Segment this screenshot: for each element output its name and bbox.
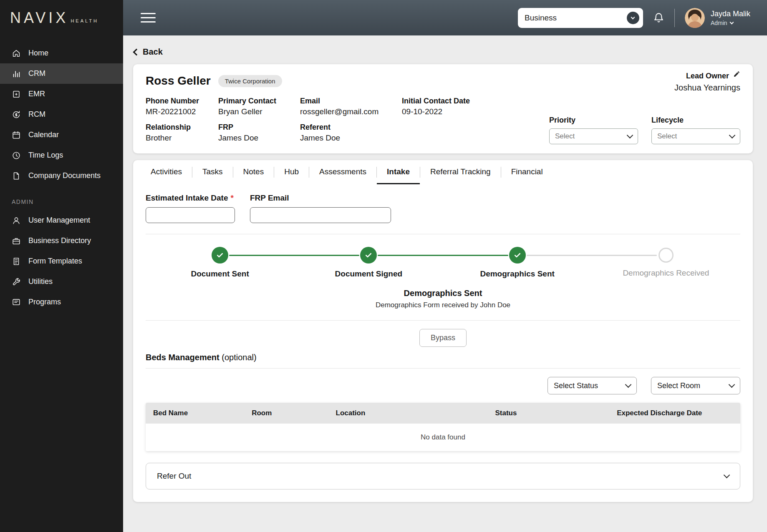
avatar[interactable] bbox=[685, 8, 705, 28]
field-relationship: Relationship Brother bbox=[146, 123, 218, 143]
lifecycle-select-value: Select bbox=[657, 132, 677, 141]
sidebar-item-label: Programs bbox=[28, 298, 61, 306]
lead-owner-label: Lead Owner bbox=[686, 72, 729, 80]
main-column: Business Jayda Malik Admin bbox=[123, 0, 767, 532]
field-phone-number: Phone Number MR-20221002 bbox=[146, 97, 218, 116]
intake-stepper: Document Sent Document Signed Demographi… bbox=[146, 247, 740, 279]
sidebar-item-crm[interactable]: CRM bbox=[0, 63, 123, 84]
select-status-dropdown[interactable]: Select Status bbox=[547, 377, 637, 394]
calendar-icon bbox=[12, 130, 21, 140]
beds-management-title: Beds Management bbox=[146, 353, 220, 362]
back-button[interactable]: Back bbox=[134, 47, 163, 57]
sidebar-item-business-directory[interactable]: Business Directory bbox=[0, 231, 123, 251]
edit-pencil-icon[interactable] bbox=[733, 70, 740, 78]
step-status-block: Demographics Sent Demographics Form rece… bbox=[146, 289, 740, 309]
beds-management-optional: (optional) bbox=[222, 353, 256, 362]
field-primary-contact: Primary Contact Bryan Geller bbox=[218, 97, 300, 116]
step-status-title: Demographics Sent bbox=[146, 289, 740, 298]
lifecycle-select[interactable]: Select bbox=[651, 128, 740, 144]
lead-name: Ross Geller bbox=[146, 74, 211, 88]
step-demographics-received: Demographics Received bbox=[592, 247, 740, 279]
sidebar-item-company-documents[interactable]: Company Documents bbox=[0, 166, 123, 186]
sidebar-item-label: Calendar bbox=[28, 130, 59, 139]
tab-intake[interactable]: Intake bbox=[377, 160, 420, 184]
tab-activities[interactable]: Activities bbox=[146, 160, 192, 184]
step-document-sent: Document Sent bbox=[146, 247, 294, 279]
sidebar: NAVIX HEALTH Home CRM EMR RCM Calen bbox=[0, 0, 123, 532]
sidebar-item-utilities[interactable]: Utilities bbox=[0, 271, 123, 292]
select-status-value: Select Status bbox=[554, 381, 598, 390]
refer-out-label: Refer Out bbox=[157, 472, 191, 481]
chevron-down-icon bbox=[729, 20, 734, 24]
company-badge: Twice Corporation bbox=[218, 75, 282, 87]
col-expected-discharge-date: Expected Discharge Date bbox=[617, 409, 733, 417]
lifecycle-group: Lifecycle Select bbox=[651, 116, 740, 144]
document-icon bbox=[12, 171, 21, 181]
sidebar-item-home[interactable]: Home bbox=[0, 43, 123, 63]
lead-owner-value: Joshua Yearnings bbox=[674, 83, 740, 93]
user-role[interactable]: Admin bbox=[711, 20, 750, 26]
tab-hub[interactable]: Hub bbox=[274, 160, 309, 184]
bar-chart-icon bbox=[12, 69, 21, 78]
bypass-row: Bypass bbox=[146, 329, 740, 347]
priority-select-value: Select bbox=[555, 132, 575, 141]
dollar-refresh-icon bbox=[12, 110, 21, 119]
user-menu[interactable]: Jayda Malik Admin bbox=[685, 8, 750, 28]
lead-header: Ross Geller Twice Corporation bbox=[146, 74, 740, 88]
business-dropdown[interactable]: Business bbox=[518, 8, 643, 28]
frp-email-input[interactable] bbox=[250, 207, 391, 223]
tab-notes[interactable]: Notes bbox=[233, 160, 274, 184]
dropdown-circle-icon[interactable] bbox=[627, 12, 639, 24]
priority-label: Priority bbox=[549, 116, 638, 125]
check-circle-icon bbox=[360, 247, 377, 263]
select-room-value: Select Room bbox=[657, 381, 700, 390]
chevron-down-icon bbox=[625, 381, 632, 388]
refer-out-accordion[interactable]: Refer Out bbox=[146, 463, 740, 489]
topbar-right: Business Jayda Malik Admin bbox=[518, 8, 750, 28]
hamburger-menu-icon[interactable] bbox=[141, 10, 156, 25]
sidebar-item-label: Home bbox=[28, 49, 48, 58]
step-demographics-sent: Demographics Sent bbox=[443, 247, 592, 279]
sidebar-item-calendar[interactable]: Calendar bbox=[0, 125, 123, 145]
estimated-intake-date-group: Estimated Intake Date * bbox=[146, 193, 235, 223]
bell-icon[interactable] bbox=[653, 12, 664, 23]
col-bed-name: Bed Name bbox=[153, 409, 252, 417]
bypass-button[interactable]: Bypass bbox=[419, 329, 467, 347]
lead-summary-card: Ross Geller Twice Corporation Lead Owner… bbox=[133, 64, 753, 153]
business-dropdown-value: Business bbox=[525, 13, 557, 23]
sidebar-item-form-templates[interactable]: Form Templates bbox=[0, 251, 123, 271]
tab-tasks[interactable]: Tasks bbox=[192, 160, 233, 184]
tab-referral-tracking[interactable]: Referral Tracking bbox=[420, 160, 501, 184]
sidebar-item-label: Form Templates bbox=[28, 257, 82, 266]
user-icon bbox=[12, 216, 21, 225]
sidebar-item-emr[interactable]: EMR bbox=[0, 84, 123, 104]
back-label: Back bbox=[143, 47, 163, 57]
detail-tabs-card: Activities Tasks Notes Hub Assessments I… bbox=[133, 160, 753, 502]
col-room: Room bbox=[252, 409, 336, 417]
sidebar-admin-nav: User Management Business Directory Form … bbox=[0, 210, 123, 312]
check-circle-icon bbox=[212, 247, 228, 263]
tab-assessments[interactable]: Assessments bbox=[309, 160, 376, 184]
sidebar-nav: Home CRM EMR RCM Calendar Time Logs bbox=[0, 43, 123, 186]
estimated-intake-date-label: Estimated Intake Date bbox=[146, 193, 228, 203]
select-room-dropdown[interactable]: Select Room bbox=[651, 377, 740, 394]
divider bbox=[146, 368, 740, 369]
brand-sub: HEALTH bbox=[71, 18, 98, 23]
file-plus-icon bbox=[12, 90, 21, 99]
chevron-down-icon bbox=[724, 472, 730, 478]
sidebar-item-label: RCM bbox=[28, 110, 45, 119]
sidebar-item-time-logs[interactable]: Time Logs bbox=[0, 145, 123, 166]
app-window: NAVIX HEALTH Home CRM EMR RCM Calen bbox=[0, 0, 767, 532]
sidebar-item-rcm[interactable]: RCM bbox=[0, 104, 123, 125]
sidebar-item-user-management[interactable]: User Management bbox=[0, 210, 123, 231]
priority-select[interactable]: Select bbox=[549, 128, 638, 144]
tab-financial[interactable]: Financial bbox=[501, 160, 553, 184]
beds-table: Bed Name Room Location Status Expected D… bbox=[146, 403, 740, 451]
estimated-intake-date-input[interactable] bbox=[146, 207, 235, 223]
required-asterisk: * bbox=[230, 193, 233, 203]
field-referent: Referent James Doe bbox=[300, 123, 402, 143]
lead-selects: Priority Select Lifecycle Select bbox=[549, 116, 740, 144]
field-initial-contact-date: Initial Contact Date 09-10-2022 bbox=[402, 97, 510, 116]
sidebar-item-programs[interactable]: Programs bbox=[0, 292, 123, 312]
divider bbox=[146, 234, 740, 234]
